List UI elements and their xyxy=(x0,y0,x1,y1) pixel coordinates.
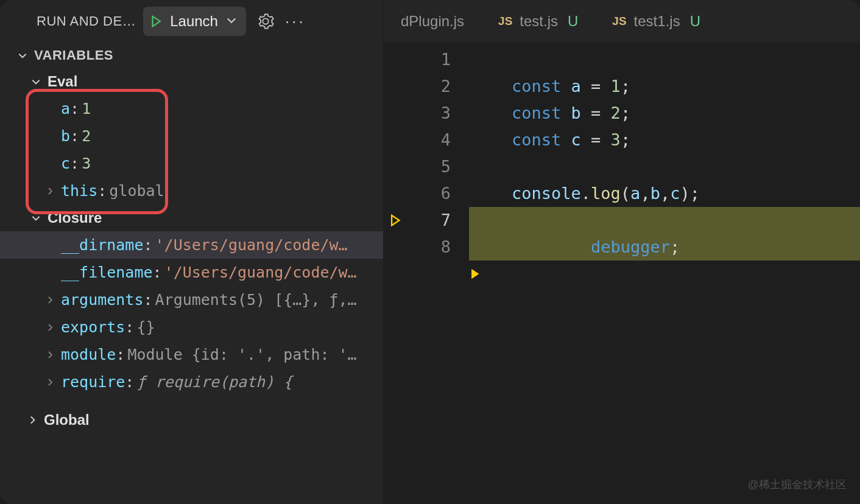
scope-eval[interactable]: Eval xyxy=(0,68,383,95)
variable-value: global xyxy=(109,182,164,200)
tab-label: dPlugin.js xyxy=(401,13,464,30)
variable-row[interactable]: a: 1 xyxy=(0,95,383,122)
code-editor[interactable]: 12345678 const a = 1; const b = 2; const… xyxy=(384,43,860,504)
scope-global-label: Global xyxy=(44,411,90,429)
variable-row[interactable]: b: 2 xyxy=(0,122,383,150)
watermark: @稀土掘金技术社区 xyxy=(748,477,847,492)
variable-name: b xyxy=(61,127,70,145)
variable-name: require xyxy=(61,373,125,391)
launch-config-selector[interactable]: Launch xyxy=(143,7,246,36)
tab-test1[interactable]: JS test1.js U xyxy=(595,0,717,43)
more-icon[interactable]: ··· xyxy=(285,12,306,31)
line-numbers: 12345678 xyxy=(408,46,469,504)
editor-tabs: dPlugin.js JS test.js U JS test1.js U xyxy=(384,0,860,43)
variables-section-header[interactable]: VARIABLES xyxy=(0,43,383,68)
gear-icon[interactable] xyxy=(257,13,274,30)
variable-name: exports xyxy=(61,318,125,336)
variable-value: {} xyxy=(136,318,155,336)
status-badge: U xyxy=(568,13,578,30)
tab-test[interactable]: JS test.js U xyxy=(481,0,595,43)
variable-row[interactable]: __filename: '/Users/guang/code/w… xyxy=(0,259,383,286)
variable-name: module xyxy=(61,346,116,363)
variable-value: 3 xyxy=(82,155,91,172)
code-lines: const a = 1; const b = 2; const c = 3; c… xyxy=(469,46,860,504)
variable-name: c xyxy=(61,155,70,172)
variables-label: VARIABLES xyxy=(34,47,113,63)
run-debug-title: RUN AND DE… xyxy=(37,13,136,29)
execution-pointer-icon xyxy=(469,261,486,287)
variable-name: arguments xyxy=(61,291,143,309)
variable-value: '/Users/guang/code/w… xyxy=(164,264,357,281)
scope-closure-label: Closure xyxy=(48,209,102,226)
variable-value: ƒ require(path) { xyxy=(136,373,292,391)
variable-value: 1 xyxy=(82,100,91,117)
variable-value: '/Users/guang/code/w… xyxy=(155,236,348,254)
chevron-right-icon xyxy=(45,377,56,387)
debug-header: RUN AND DE… Launch ··· xyxy=(0,0,383,43)
variable-row[interactable]: require: ƒ require(path) { xyxy=(0,368,383,396)
variable-row[interactable]: c: 3 xyxy=(0,150,383,177)
chevron-down-icon xyxy=(30,76,41,87)
variable-value: Module {id: '.', path: '… xyxy=(127,346,356,363)
variable-row[interactable]: __dirname: '/Users/guang/code/w… xyxy=(0,231,383,259)
variable-name: a xyxy=(61,100,70,117)
variable-value: Arguments(5) [{…}, ƒ,… xyxy=(155,291,357,309)
variable-row[interactable]: this: global xyxy=(0,177,383,205)
launch-label: Launch xyxy=(170,13,218,30)
scope-eval-label: Eval xyxy=(48,73,77,90)
variable-row[interactable]: arguments: Arguments(5) [{…}, ƒ,… xyxy=(0,286,383,313)
chevron-right-icon xyxy=(45,295,56,305)
status-badge: U xyxy=(690,13,700,30)
variable-value: 2 xyxy=(82,127,91,145)
scope-global[interactable]: Global xyxy=(0,407,383,433)
variable-name: this xyxy=(61,182,97,200)
chevron-down-icon xyxy=(17,50,28,61)
chevron-right-icon xyxy=(45,350,56,360)
tab-dplugin[interactable]: dPlugin.js xyxy=(384,0,481,43)
debug-sidebar: RUN AND DE… Launch ··· VARIABLES Eval a:… xyxy=(0,0,384,504)
chevron-right-icon xyxy=(27,415,38,425)
variable-name: __filename xyxy=(61,264,153,281)
variable-row[interactable]: module: Module {id: '.', path: '… xyxy=(0,341,383,368)
chevron-right-icon xyxy=(45,186,56,196)
debug-breakpoint-icon xyxy=(384,207,408,234)
js-icon: JS xyxy=(612,15,626,28)
variable-row[interactable]: exports: {} xyxy=(0,313,383,341)
tab-label: test.js xyxy=(520,13,558,30)
chevron-down-icon xyxy=(30,212,41,223)
chevron-down-icon[interactable] xyxy=(225,14,238,29)
variable-name: __dirname xyxy=(61,236,143,254)
gutter-icons xyxy=(384,46,408,504)
js-icon: JS xyxy=(498,15,512,28)
scope-closure[interactable]: Closure xyxy=(0,205,383,231)
tab-label: test1.js xyxy=(634,13,680,30)
chevron-right-icon xyxy=(45,323,56,332)
play-icon[interactable] xyxy=(149,15,163,28)
editor-area: dPlugin.js JS test.js U JS test1.js U 12… xyxy=(384,0,860,504)
